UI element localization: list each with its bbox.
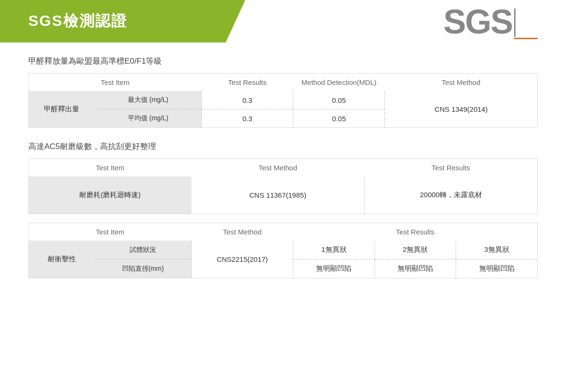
row-label-formaldehyde: 甲醛釋出量	[29, 91, 95, 128]
sub-row-label-max: 最大值 (mg/L)	[95, 91, 202, 109]
sub-row-label-avg: 平均值 (mg/L)	[95, 109, 202, 128]
sgs-logo-divider	[514, 8, 538, 39]
sub-row-mdl-max: 0.05	[293, 91, 385, 109]
impact-r1-1: 1無異狀	[293, 241, 375, 259]
sgs-logo-text: SGS	[443, 5, 512, 39]
sgs-vertical-line	[514, 8, 516, 37]
col-header-mdl: Method Detection(MDL)	[293, 74, 385, 92]
test-method-cns1349: CNS 1349(2014)	[385, 91, 538, 128]
col-header-test-method-3: Test Method	[191, 223, 293, 241]
table-row: 耐磨耗(磨耗迴轉速) CNS 11367(1985) 20000轉，未露底材	[29, 176, 538, 214]
col-header-test-results: Test Results	[201, 74, 293, 92]
table-row: 耐衝擊性 試體狀況 CNS2215(2017) 1無異狀 2無異狀 3無異狀	[29, 241, 538, 259]
col-header-test-results-2: Test Results	[365, 159, 538, 177]
col-header-test-results-3: Test Results	[293, 223, 538, 241]
sub-row-result-avg: 0.3	[201, 109, 293, 128]
impact-r3-2: 無明顯凹陷	[456, 259, 538, 278]
impact-r3-1: 3無異狀	[456, 241, 538, 259]
impact-sub-label-1: 試體狀況	[95, 241, 191, 259]
row-label-abrasion: 耐磨耗(磨耗迴轉速)	[29, 176, 191, 214]
sub-row-mdl-avg: 0.05	[293, 109, 385, 128]
abrasion-results: 20000轉，未露底材	[365, 176, 538, 214]
sgs-logo: SGS	[443, 5, 538, 39]
abrasion-table: Test Item Test Method Test Results 耐磨耗(磨…	[28, 158, 538, 214]
sub-row-result-max: 0.3	[201, 91, 293, 109]
page-header: SGS檢測認證 SGS	[0, 0, 566, 42]
col-header-test-item-3: Test Item	[29, 223, 191, 241]
impact-method: CNS2215(2017)	[191, 241, 293, 278]
row-label-impact: 耐衝擊性	[29, 241, 95, 278]
impact-r1-2: 無明顯凹陷	[293, 259, 375, 278]
impact-r2-1: 2無異狀	[375, 241, 456, 259]
main-content: 甲醛釋放量為歐盟最高準標E0/F1等級 Test Item Test Resul…	[0, 42, 566, 296]
sgs-horizontal-line	[514, 38, 538, 39]
abrasion-method: CNS 11367(1985)	[191, 176, 365, 214]
table1-subtitle: 甲醛釋放量為歐盟最高準標E0/F1等級	[28, 56, 538, 67]
page-title: SGS檢測認證	[0, 11, 127, 32]
impact-r2-2: 無明顯凹陷	[375, 259, 456, 278]
formaldehyde-table: Test Item Test Results Method Detection(…	[28, 73, 538, 128]
col-header-test-item: Test Item	[29, 74, 202, 92]
table-row: 甲醛釋出量 最大值 (mg/L) 0.3 0.05 CNS 1349(2014)	[29, 91, 538, 109]
impact-sub-label-2: 凹陷直徑(mm)	[95, 259, 191, 278]
col-header-test-method: Test Method	[385, 74, 538, 92]
impact-table: Test Item Test Method Test Results 耐衝擊性 …	[28, 223, 538, 278]
col-header-test-item-2: Test Item	[29, 159, 191, 177]
col-header-test-method-2: Test Method	[191, 159, 365, 177]
table2-subtitle: 高達AC5耐磨級數，高抗刮更好整理	[28, 141, 538, 152]
